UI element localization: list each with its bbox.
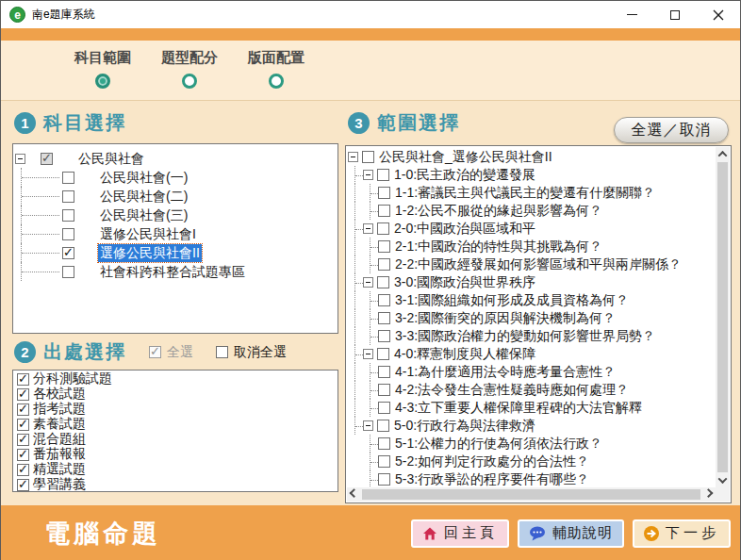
tree-item-label[interactable]: 1-1:審議民主與代議民主的變遷有什麼關聯？ <box>393 184 657 202</box>
home-button[interactable]: 回主頁 <box>411 519 509 548</box>
list-checkbox[interactable] <box>17 434 29 446</box>
tree-item-label[interactable]: 2-0:中國政治與區域和平 <box>392 220 537 238</box>
tree-item-label[interactable]: 2-1:中國政治的特性與其挑戰為何？ <box>393 238 604 255</box>
tree-checkbox[interactable] <box>378 187 390 199</box>
tree-item-label[interactable]: 4-2:法令發生合憲性疑義時應如何處理？ <box>393 381 631 399</box>
range-tree-item[interactable]: 2-1:中國政治的特性與其挑戰為何？ <box>348 238 715 255</box>
range-tree-item[interactable]: 4-3:立下重要人權保障里程碑的大法官解釋 <box>348 399 715 417</box>
range-tree-item[interactable]: 3-1:國際組織如何形成及成員資格為何？ <box>348 291 715 309</box>
range-tree-item[interactable]: 3-3:國際政治權力的變動如何影響世界局勢？ <box>348 327 715 345</box>
tree-checkbox[interactable] <box>378 402 390 414</box>
tree-checkbox[interactable] <box>378 455 390 468</box>
range-tree-item[interactable]: 4-2:法令發生合憲性疑義時應如何處理？ <box>348 381 715 399</box>
scrollbar-thumb[interactable] <box>717 162 728 472</box>
tree-item-label[interactable]: 3-0:國際政治與世界秩序 <box>392 273 537 291</box>
tree-item-label[interactable]: 公民與社會(二) <box>98 188 189 206</box>
range-tree-item[interactable]: 1-2:公民不服從的緣起與影響為何？ <box>348 202 715 220</box>
deselect-all-checkbox[interactable]: 取消全選 <box>216 344 287 361</box>
tree-checkbox[interactable] <box>62 209 74 222</box>
tree-item-label[interactable]: 公民與社會(一) <box>98 169 189 187</box>
tree-item-label[interactable]: 3-3:國際政治權力的變動如何影響世界局勢？ <box>393 327 657 345</box>
tree-item-label[interactable]: 選修公民與社會I <box>98 225 198 243</box>
subject-tree-item[interactable]: 選修公民與社會II <box>15 243 338 262</box>
tree-item-label[interactable]: 3-1:國際組織如何形成及成員資格為何？ <box>393 291 631 309</box>
tree-checkbox[interactable] <box>377 276 389 288</box>
expand-collapse-icon[interactable] <box>363 277 373 288</box>
subject-tree-item[interactable]: 公民與社會(三) <box>15 206 338 224</box>
vertical-scrollbar[interactable] <box>716 147 730 487</box>
scrollbar-thumb[interactable] <box>362 489 700 500</box>
tree-checkbox[interactable] <box>62 228 74 240</box>
tree-item-label[interactable]: 4-3:立下重要人權保障里程碑的大法官解釋 <box>393 399 644 417</box>
tree-item-label[interactable]: 3-2:國際衝突的原因與解決機制為何？ <box>393 309 618 327</box>
close-button[interactable] <box>697 1 740 28</box>
tree-checkbox[interactable] <box>378 473 390 486</box>
source-list-item[interactable]: 混合題組 <box>15 432 338 447</box>
range-tree-item[interactable]: 2-2:中國政經發展如何影響區域和平與兩岸關係？ <box>348 255 715 273</box>
tree-checkbox[interactable] <box>378 240 390 253</box>
source-list-item[interactable]: 番茄報報 <box>15 447 338 462</box>
tree-checkbox[interactable] <box>62 266 74 278</box>
range-tree-item[interactable]: 1-1:審議民主與代議民主的變遷有什麼關聯？ <box>348 184 715 202</box>
tree-checkbox[interactable] <box>378 437 390 450</box>
expand-collapse-icon[interactable] <box>363 420 373 431</box>
range-tree-item[interactable]: 3-2:國際衝突的原因與解決機制為何？ <box>348 309 715 327</box>
expand-collapse-icon[interactable] <box>348 152 358 162</box>
horizontal-scrollbar[interactable] <box>347 487 716 502</box>
tree-checkbox[interactable] <box>377 420 389 432</box>
list-checkbox[interactable] <box>17 388 29 401</box>
tree-checkbox[interactable] <box>62 247 74 259</box>
maximize-button[interactable] <box>653 1 697 28</box>
tree-item-label[interactable]: 5-0:行政行為與法律救濟 <box>392 417 537 435</box>
tree-item-label[interactable]: 2-2:中國政經發展如何影響區域和平與兩岸關係？ <box>393 255 683 273</box>
scrollbar-up-button[interactable] <box>716 147 730 161</box>
tree-checkbox[interactable] <box>377 348 389 360</box>
source-list-item[interactable]: 素養試題 <box>15 417 338 432</box>
expand-collapse-icon[interactable] <box>15 154 25 164</box>
list-checkbox[interactable] <box>17 449 29 461</box>
help-button[interactable]: 輔助說明 <box>518 519 624 548</box>
next-button[interactable]: 下一步 <box>633 519 731 548</box>
tree-item-label[interactable]: 選修公民與社會II <box>98 244 202 262</box>
expand-collapse-icon[interactable] <box>363 170 373 180</box>
tree-item-label[interactable]: 公民與社會(三) <box>98 206 189 224</box>
tree-item-label[interactable]: 1-0:民主政治的變遷發展 <box>392 166 537 184</box>
tree-item-label[interactable]: 5-3:行政爭訟的程序要件有哪些？ <box>393 470 591 486</box>
subject-tree-item[interactable]: 選修公民與社會I <box>15 224 338 243</box>
subject-tree-item[interactable]: 公民與社會 <box>15 149 338 168</box>
tree-checkbox[interactable] <box>378 258 390 271</box>
tree-item-label[interactable]: 4-1:為什麼適用法令時應考量合憲性？ <box>393 363 618 381</box>
minimize-button[interactable] <box>610 1 653 28</box>
range-tree-item[interactable]: 4-1:為什麼適用法令時應考量合憲性？ <box>348 363 715 381</box>
tree-checkbox[interactable] <box>378 205 390 217</box>
tree-checkbox[interactable] <box>378 312 390 324</box>
tree-checkbox[interactable] <box>41 153 53 165</box>
subject-tree-item[interactable]: 公民與社會(一) <box>15 168 338 187</box>
list-checkbox[interactable] <box>17 404 29 416</box>
expand-collapse-icon[interactable] <box>363 349 373 359</box>
source-list-item[interactable]: 分科測驗試題 <box>15 371 338 387</box>
scrollbar-down-button[interactable] <box>716 473 730 487</box>
range-tree-item[interactable]: 4-0:釋憲制度與人權保障 <box>348 345 715 363</box>
tree-item-label[interactable]: 公民與社會_選修公民與社會II <box>377 148 554 166</box>
tree-item-label[interactable]: 5-1:公權力的行使為何須依法行政？ <box>393 435 604 453</box>
source-list-item[interactable]: 學習講義 <box>15 477 338 492</box>
list-checkbox[interactable] <box>17 373 29 386</box>
tree-checkbox[interactable] <box>378 294 390 306</box>
tree-checkbox[interactable] <box>378 384 390 396</box>
tree-checkbox[interactable] <box>378 330 390 342</box>
tree-item-label[interactable]: 5-2:如何判定行政處分的合法性？ <box>393 453 591 470</box>
tree-item-label[interactable]: 4-0:釋憲制度與人權保障 <box>392 345 537 363</box>
range-tree-item[interactable]: 5-3:行政爭訟的程序要件有哪些？ <box>348 470 715 486</box>
range-tree-item[interactable]: 公民與社會_選修公民與社會II <box>348 148 715 166</box>
subject-tree-item[interactable]: 公民與社會(二) <box>15 187 338 206</box>
expand-collapse-icon[interactable] <box>363 223 373 234</box>
tree-checkbox[interactable] <box>362 151 374 163</box>
scrollbar-left-button[interactable] <box>347 487 361 502</box>
tree-checkbox[interactable] <box>378 366 390 378</box>
tree-checkbox[interactable] <box>62 172 74 184</box>
tree-item-label[interactable]: 社會科跨科整合試題專區 <box>98 263 247 281</box>
select-all-checkbox[interactable]: 全選 <box>149 344 193 361</box>
tree-item-label[interactable]: 1-2:公民不服從的緣起與影響為何？ <box>393 202 604 220</box>
range-tree-item[interactable]: 1-0:民主政治的變遷發展 <box>348 166 715 184</box>
